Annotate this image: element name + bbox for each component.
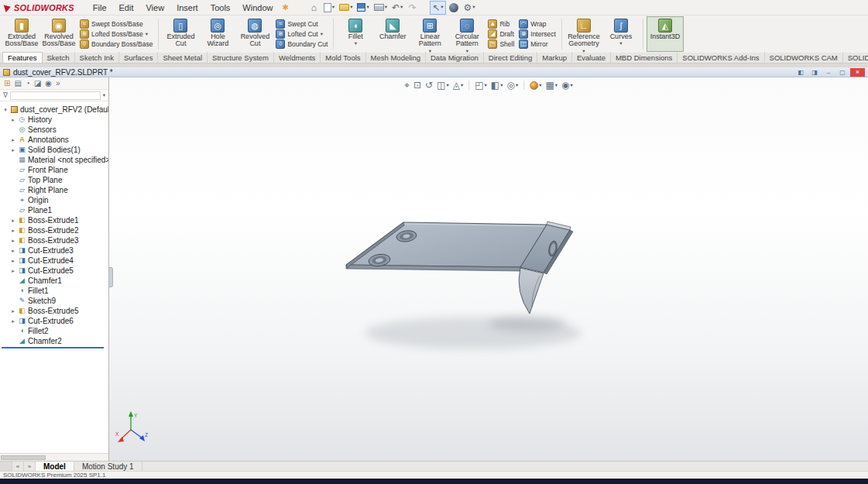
new-document-button[interactable]: ▾ bbox=[322, 1, 336, 15]
tree-item-annotations[interactable]: ▸ A Annotations bbox=[0, 135, 108, 145]
extruded-boss-button[interactable]: ▮ Extruded Boss/Base bbox=[3, 16, 40, 52]
menu-edit[interactable]: Edit bbox=[113, 0, 140, 15]
tab-solidworks-cam[interactable]: SOLIDWORKS CAM bbox=[765, 52, 843, 63]
tree-item-sketch9[interactable]: ✎ Sketch9 bbox=[0, 296, 108, 306]
edit-appearance-button[interactable]: ▾ bbox=[529, 81, 542, 90]
dropdown-icon[interactable]: ▾ bbox=[355, 41, 357, 46]
intersect-button[interactable]: ⊗ Intersect bbox=[519, 29, 556, 39]
expander-icon[interactable]: ▸ bbox=[10, 248, 16, 254]
circular-pattern-button[interactable]: ◌ Circular Pattern ▾ bbox=[448, 16, 485, 52]
tree-item-boss-extrude2[interactable]: ▸ ◧ Boss-Extrude2 bbox=[0, 225, 108, 235]
tree-item-top-plane[interactable]: ▱ Top Plane bbox=[0, 175, 108, 185]
tab-evaluate[interactable]: Evaluate bbox=[572, 52, 611, 63]
tab-mbd-dimensions[interactable]: MBD Dimensions bbox=[611, 52, 678, 63]
tree-item-fillet2[interactable]: ◖ Fillet2 bbox=[0, 326, 108, 336]
tree-item-cut-extrude6[interactable]: ▸ ◨ Cut-Extrude6 bbox=[0, 316, 108, 326]
select-tool-button[interactable]: ↖▾ bbox=[430, 1, 445, 15]
panel-splitter-handle[interactable] bbox=[109, 267, 113, 287]
tree-item-right-plane[interactable]: ▱ Right Plane bbox=[0, 185, 108, 195]
restore-button[interactable]: ▢ bbox=[836, 68, 849, 77]
lofted-boss-button[interactable]: ≋ Lofted Boss/Base ▾ bbox=[80, 29, 153, 39]
dimxpertmanager-tab-icon[interactable]: ◪ bbox=[34, 79, 41, 88]
rib-button[interactable]: ▲ Rib bbox=[488, 19, 514, 29]
expander-icon[interactable]: ▸ bbox=[10, 308, 16, 314]
expander-icon[interactable]: ▸ bbox=[10, 318, 16, 324]
motion-study-tab[interactable]: Motion Study 1 bbox=[74, 462, 142, 471]
tab-direct-editing[interactable]: Direct Editing bbox=[484, 52, 538, 63]
revolved-boss-button[interactable]: ◉ Revolved Boss/Base bbox=[40, 16, 77, 52]
previous-view-button[interactable]: ↺ bbox=[424, 80, 434, 91]
hide-show-items-button[interactable]: ◎▾ bbox=[506, 80, 519, 91]
tree-item-cut-extrude5[interactable]: ▸ ◨ Cut-Extrude5 bbox=[0, 266, 108, 276]
extruded-cut-button[interactable]: ▯ Extruded Cut bbox=[162, 16, 199, 52]
shell-button[interactable]: ◳ Shell bbox=[488, 39, 514, 49]
menu-file[interactable]: File bbox=[87, 0, 113, 15]
tree-item-fillet1[interactable]: ◖ Fillet1 bbox=[0, 286, 108, 296]
annotation-view-button[interactable]: ◬▾ bbox=[452, 80, 465, 91]
configurationmanager-tab-icon[interactable]: ◔ bbox=[26, 79, 30, 88]
displaymanager-tab-icon[interactable]: ◉ bbox=[45, 79, 52, 88]
tab-solidworks-addins[interactable]: SOLIDWORKS Add-Ins bbox=[678, 52, 764, 63]
swept-cut-button[interactable]: ≈ Swept Cut bbox=[276, 19, 328, 29]
panel-chevron-icon[interactable]: » bbox=[56, 79, 60, 88]
lofted-cut-button[interactable]: ≋ Lofted Cut ▾ bbox=[276, 29, 328, 39]
expander-icon[interactable]: ▸ bbox=[10, 218, 16, 224]
boundary-boss-button[interactable]: ◊ Boundary Boss/Base bbox=[80, 39, 153, 49]
reference-geometry-button[interactable]: ∟ Reference Geometry ▾ bbox=[565, 16, 602, 52]
tree-item-plane1[interactable]: ▱ Plane1 bbox=[0, 205, 108, 215]
tab-markup[interactable]: Markup bbox=[537, 52, 572, 63]
expander-icon[interactable]: ▸ bbox=[10, 147, 16, 153]
boundary-cut-button[interactable]: ◊ Boundary Cut bbox=[276, 39, 328, 49]
scrollbar-thumb[interactable] bbox=[1, 455, 46, 460]
menu-tools[interactable]: Tools bbox=[204, 0, 237, 15]
tree-item-cut-extrude3[interactable]: ▸ ◨ Cut-Extrude3 bbox=[0, 245, 108, 256]
tab-scroll-left-button[interactable]: « bbox=[12, 462, 24, 471]
dropdown-icon[interactable]: ▾ bbox=[321, 32, 323, 37]
mirror-button[interactable]: ◫ Mirror bbox=[519, 39, 556, 49]
view-settings-button[interactable]: ◉▾ bbox=[561, 80, 574, 91]
dropdown-icon[interactable]: ▾ bbox=[146, 32, 148, 37]
expander-icon[interactable]: ▸ bbox=[10, 117, 16, 123]
hole-wizard-button[interactable]: ◎ Hole Wizard bbox=[199, 16, 236, 52]
chamfer-button[interactable]: ◣ Chamfer bbox=[374, 16, 411, 52]
dropdown-icon[interactable]: ▾ bbox=[103, 93, 105, 98]
tree-item-sensors[interactable]: ◎ Sensors bbox=[0, 125, 108, 135]
propertymanager-tab-icon[interactable]: ▤ bbox=[14, 79, 21, 88]
undo-button[interactable]: ↶▾ bbox=[390, 1, 404, 15]
tree-item-cut-extrude4[interactable]: ▸ ◨ Cut-Extrude4 bbox=[0, 256, 108, 266]
linear-pattern-button[interactable]: ⊞ Linear Pattern ▾ bbox=[411, 16, 448, 52]
tree-item-boss-extrude3[interactable]: ▸ ◧ Boss-Extrude3 bbox=[0, 235, 108, 245]
customize-star-icon[interactable]: ✱ bbox=[282, 3, 288, 12]
rollback-bar[interactable] bbox=[2, 347, 104, 348]
menu-view[interactable]: View bbox=[139, 0, 170, 15]
tab-sheet-metal[interactable]: Sheet Metal bbox=[158, 52, 208, 63]
tab-solidworks-cam-tbm[interactable]: SOLIDWORKS CAM TBM bbox=[843, 52, 868, 63]
menu-insert[interactable]: Insert bbox=[170, 0, 204, 15]
tree-item-boss-extrude5[interactable]: ▸ ◧ Boss-Extrude5 bbox=[0, 306, 108, 316]
section-view-button[interactable]: ◫▾ bbox=[436, 80, 450, 91]
tree-item-chamfer2[interactable]: ◢ Chamfer2 bbox=[0, 336, 108, 346]
featuremanager-tab-icon[interactable]: ⊞ bbox=[4, 79, 10, 88]
tab-data-migration[interactable]: Data Migration bbox=[426, 52, 484, 63]
open-button[interactable]: ▾ bbox=[338, 1, 354, 15]
menu-window[interactable]: Window bbox=[236, 0, 279, 15]
tab-scroll-right-button[interactable]: » bbox=[24, 462, 36, 471]
tab-structure-system[interactable]: Structure System bbox=[208, 52, 274, 63]
print-button[interactable]: ▾ bbox=[372, 1, 389, 15]
wrap-button[interactable]: ◠ Wrap bbox=[519, 19, 556, 29]
expander-icon[interactable]: ▸ bbox=[10, 268, 16, 274]
home-button[interactable]: ⌂ bbox=[307, 1, 321, 15]
tab-surfaces[interactable]: Surfaces bbox=[119, 52, 159, 63]
tree-item-history[interactable]: ▸ ◷ History bbox=[0, 115, 108, 125]
swept-boss-button[interactable]: ≈ Swept Boss/Base bbox=[80, 19, 153, 29]
dropdown-icon[interactable]: ▾ bbox=[619, 41, 622, 46]
tab-sketch-ink[interactable]: Sketch Ink bbox=[75, 52, 119, 63]
close-button[interactable]: × bbox=[850, 68, 865, 77]
minimize-button[interactable]: – bbox=[822, 68, 835, 77]
view-orientation-button[interactable]: ◰▾ bbox=[474, 80, 488, 91]
zoom-to-area-button[interactable]: ⊡ bbox=[413, 80, 422, 91]
fillet-button[interactable]: ◖ Fillet ▾ bbox=[337, 16, 374, 52]
apply-scene-button[interactable]: ▦▾ bbox=[544, 80, 558, 91]
save-button[interactable]: ▾ bbox=[355, 1, 370, 15]
display-pane-right-button[interactable]: ◨ bbox=[808, 68, 821, 77]
